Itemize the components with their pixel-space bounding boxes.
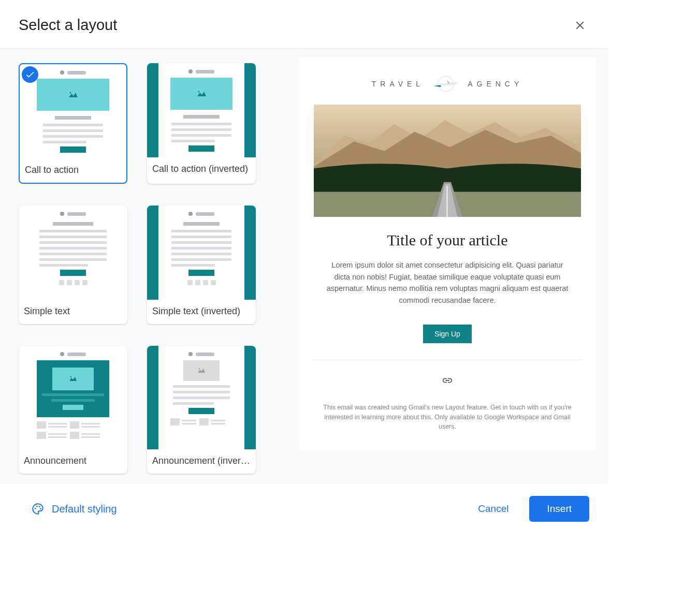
- svg-point-9: [39, 506, 40, 507]
- layout-card-call-to-action[interactable]: Call to action: [19, 63, 127, 184]
- layout-thumbnail: [147, 206, 256, 300]
- layout-card-announcement[interactable]: Announcement: [19, 346, 127, 474]
- svg-point-7: [35, 508, 36, 509]
- plane-icon: [430, 76, 461, 92]
- selected-badge: [22, 66, 38, 83]
- logo-text-right: AGENCY: [468, 80, 523, 88]
- modal-body: Call to action Call to action: [0, 49, 608, 484]
- layout-thumbnail: [19, 206, 127, 300]
- layout-thumbnail: [19, 346, 127, 449]
- preview-content: TRAVEL AGENCY: [299, 57, 595, 450]
- preview-panel: TRAVEL AGENCY: [295, 49, 608, 484]
- layout-thumbnail: [147, 346, 256, 449]
- preview-separator: [314, 360, 581, 360]
- close-icon: [573, 19, 587, 32]
- layout-card-simple-text-inverted[interactable]: Simple text (inverted): [147, 206, 256, 324]
- default-styling-button[interactable]: Default styling: [31, 502, 117, 516]
- layout-card-announcement-inverted[interactable]: Announcement (inverted): [147, 346, 256, 474]
- layout-card-simple-text[interactable]: Simple text: [19, 206, 127, 324]
- svg-point-10: [40, 508, 41, 510]
- layout-label: Announcement: [19, 449, 127, 474]
- svg-point-3: [199, 368, 200, 369]
- layout-select-modal: Select a layout: [0, 0, 608, 533]
- svg-rect-6: [446, 186, 448, 217]
- preview-body-text: Lorem ipsum dolor sit amet consectetur a…: [323, 259, 572, 306]
- preview-cta-button[interactable]: Sign Up: [423, 325, 472, 343]
- link-icon: [442, 375, 453, 388]
- preview-logo: TRAVEL AGENCY: [372, 76, 524, 92]
- check-icon: [25, 69, 35, 80]
- styling-label: Default styling: [52, 503, 117, 515]
- svg-point-0: [70, 92, 71, 94]
- insert-button[interactable]: Insert: [529, 496, 589, 522]
- footer-actions: Cancel Insert: [472, 496, 589, 522]
- layout-card-call-to-action-inverted[interactable]: Call to action (inverted): [147, 63, 256, 184]
- layouts-panel: Call to action Call to action: [0, 49, 295, 484]
- modal-title: Select a layout: [19, 17, 117, 34]
- svg-point-8: [36, 506, 38, 507]
- layout-label: Call to action (inverted): [147, 157, 256, 182]
- modal-footer: Default styling Cancel Insert: [0, 484, 608, 533]
- layout-label: Announcement (inverted): [147, 449, 256, 474]
- layout-label: Simple text: [19, 300, 127, 324]
- preview-footer-text: This email was created using Gmail's new…: [323, 403, 572, 432]
- layout-thumbnail: [147, 63, 256, 157]
- close-button[interactable]: [573, 18, 587, 33]
- preview-title: Title of your article: [387, 231, 507, 249]
- layout-label: Simple text (inverted): [147, 300, 256, 324]
- layout-label: Call to action: [20, 158, 126, 183]
- palette-icon: [31, 502, 45, 516]
- svg-point-1: [198, 91, 200, 93]
- logo-text-left: TRAVEL: [372, 80, 424, 88]
- layouts-grid: Call to action Call to action: [19, 63, 277, 474]
- cancel-button[interactable]: Cancel: [472, 498, 515, 520]
- modal-header: Select a layout: [0, 0, 608, 49]
- preview-hero-image: [314, 105, 581, 217]
- svg-point-2: [70, 376, 71, 377]
